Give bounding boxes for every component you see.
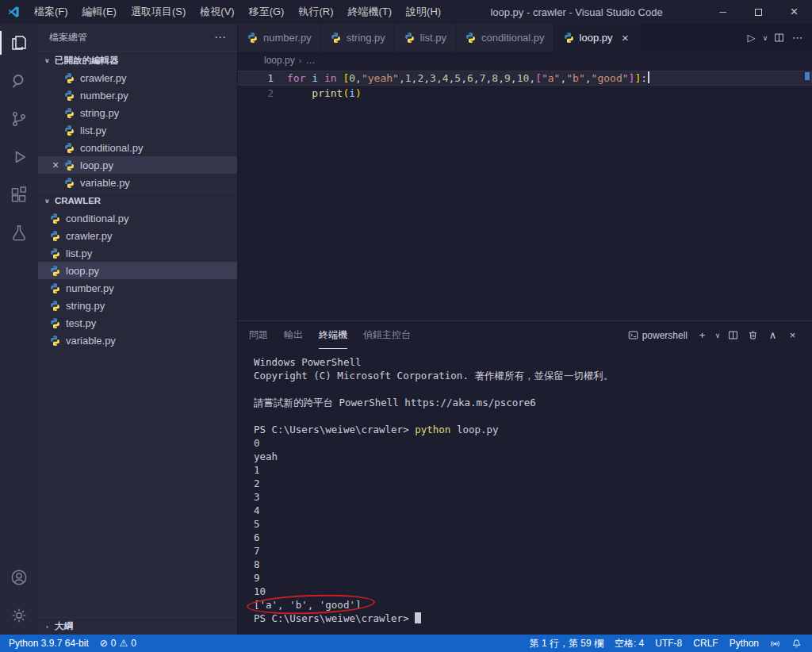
activity-source-control-button[interactable] (0, 100, 38, 138)
notifications-button[interactable] (786, 635, 807, 652)
code-line-1[interactable]: 1for i in [0,"yeah",1,2,3,4,5,6,7,8,9,10… (238, 71, 812, 86)
status-cursor-position[interactable]: 第 1 行，第 59 欄 (524, 635, 609, 652)
terminal-line: yeah (254, 450, 812, 463)
file-list.py[interactable]: list.py (38, 244, 237, 262)
tab-string.py[interactable]: string.py (321, 24, 395, 52)
open-editors-header[interactable]: ∨ 已開啟的編輯器 (38, 51, 237, 69)
panel-tab-debug-console[interactable]: 偵錯主控台 (363, 321, 411, 349)
status-language-mode[interactable]: Python (724, 635, 764, 652)
close-window-button[interactable]: × (776, 0, 812, 24)
titlebar: 檔案(F)編輯(E)選取項目(S)檢視(V)移至(G)執行(R)終端機(T)說明… (0, 0, 812, 24)
activity-testing-button[interactable] (0, 214, 38, 252)
file-name: crawler.py (80, 72, 127, 84)
kill-terminal-button[interactable] (745, 327, 761, 344)
line-number: 2 (238, 86, 287, 101)
menu-file[interactable]: 檔案(F) (27, 0, 75, 24)
tab-conditional.py[interactable]: conditional.py (456, 24, 554, 52)
maximize-button[interactable] (741, 0, 776, 24)
activity-account-button[interactable] (0, 558, 38, 596)
workspace-header[interactable]: ∨ CRAWLER (38, 191, 237, 209)
open-editor-conditional.py[interactable]: conditional.py (38, 139, 237, 156)
panel-tab-output[interactable]: 輸出 (284, 321, 303, 349)
chevron-up-icon: ∧ (769, 329, 777, 341)
split-editor-button[interactable] (771, 29, 787, 47)
menu-help[interactable]: 說明(H) (399, 0, 448, 24)
python-file-icon (250, 56, 260, 66)
terminal-profile-select[interactable]: powershell (625, 328, 691, 343)
open-editor-crawler.py[interactable]: crawler.py (38, 69, 237, 86)
terminal-output[interactable]: Windows PowerShellCopyright (C) Microsof… (238, 349, 812, 635)
activity-search-button[interactable] (0, 62, 38, 100)
menubar: 檔案(F)編輯(E)選取項目(S)檢視(V)移至(G)執行(R)終端機(T)說明… (27, 0, 448, 24)
file-name: loop.py (80, 159, 113, 171)
open-editor-list.py[interactable]: list.py (38, 121, 237, 139)
python-file-icon (49, 335, 61, 347)
python-file-icon (63, 142, 75, 154)
terminal-launch-profile-button[interactable]: ∨ (714, 327, 722, 344)
tab-list.py[interactable]: list.py (395, 24, 456, 52)
editor-more-actions-button[interactable]: ⋯ (789, 29, 806, 47)
python-file-icon (49, 213, 61, 224)
code-editor[interactable]: 1for i in [0,"yeah",1,2,3,4,5,6,7,8,9,10… (238, 69, 812, 320)
menu-terminal[interactable]: 終端機(T) (340, 0, 399, 24)
editor-tab-bar: number.pystring.pylist.pyconditional.pyl… (238, 24, 812, 52)
status-encoding[interactable]: UTF-8 (649, 635, 688, 652)
split-terminal-button[interactable] (725, 327, 741, 344)
maximize-panel-button[interactable]: ∧ (764, 327, 781, 344)
breadcrumb-file[interactable]: loop.py (264, 55, 295, 66)
status-eol[interactable]: CRLF (688, 635, 723, 652)
new-terminal-button[interactable]: + (694, 327, 710, 344)
open-editor-loop.py[interactable]: ×loop.py (38, 156, 237, 174)
menu-edit[interactable]: 編輯(E) (75, 0, 124, 24)
python-file-icon (63, 177, 75, 189)
menu-run[interactable]: 執行(R) (291, 0, 340, 24)
file-test.py[interactable]: test.py (38, 314, 237, 332)
file-name: string.py (66, 300, 105, 312)
window-controls: ─ × (705, 0, 812, 24)
terminal-line: 請嘗試新的跨平台 PowerShell https://aka.ms/pscor… (254, 396, 812, 409)
explorer-sidebar: 檔案總管 ⋯ ∨ 已開啟的編輯器 crawler.pynumber.pystri… (38, 24, 238, 635)
activity-extensions-button[interactable] (0, 176, 38, 214)
file-crawler.py[interactable]: crawler.py (38, 227, 237, 244)
open-editors-label: 已開啟的編輯器 (55, 55, 119, 67)
menu-go[interactable]: 移至(G) (242, 0, 292, 24)
feedback-button[interactable] (764, 635, 786, 652)
file-loop.py[interactable]: loop.py (38, 262, 237, 279)
open-editor-variable.py[interactable]: variable.py (38, 174, 237, 191)
testing-icon (10, 224, 29, 243)
line-number: 1 (238, 71, 287, 86)
file-number.py[interactable]: number.py (38, 279, 237, 297)
run-python-file-button[interactable]: ▷ (743, 29, 760, 47)
status-problems[interactable]: ⊘ 0 ⚠ 0 (94, 635, 142, 652)
status-indentation[interactable]: 空格: 4 (609, 635, 649, 652)
menu-view[interactable]: 檢視(V) (193, 0, 241, 24)
file-string.py[interactable]: string.py (38, 297, 237, 314)
code-line-2[interactable]: 2 print(i) (238, 86, 812, 101)
file-variable.py[interactable]: variable.py (38, 332, 237, 349)
status-python-interpreter[interactable]: Python 3.9.7 64-bit (3, 635, 94, 652)
terminal-line: 3 (254, 490, 812, 504)
outline-section-header[interactable]: › 大綱 (38, 617, 237, 635)
file-conditional.py[interactable]: conditional.py (38, 209, 237, 227)
activity-run-debug-button[interactable] (0, 138, 38, 176)
tab-number.py[interactable]: number.py (238, 24, 321, 52)
run-options-button[interactable]: ∨ (761, 29, 769, 47)
minimize-button[interactable]: ─ (705, 0, 741, 24)
activity-settings-button[interactable] (0, 596, 38, 635)
menu-selection[interactable]: 選取項目(S) (124, 0, 193, 24)
activity-explorer-button[interactable] (0, 24, 38, 62)
breadcrumb-more[interactable]: … (305, 55, 315, 66)
open-editor-number.py[interactable]: number.py (38, 86, 237, 104)
tab-loop.py[interactable]: loop.py× (554, 24, 642, 52)
sidebar-more-actions-icon[interactable]: ⋯ (214, 30, 226, 44)
maximize-icon (755, 9, 762, 16)
breadcrumb[interactable]: loop.py › … (238, 52, 812, 69)
close-panel-button[interactable]: × (784, 327, 801, 344)
panel-tab-terminal[interactable]: 終端機 (319, 321, 347, 349)
close-tab-icon[interactable]: × (619, 31, 632, 44)
close-editor-icon[interactable]: × (52, 159, 59, 171)
open-editor-string.py[interactable]: string.py (38, 104, 237, 121)
python-file-icon (247, 32, 259, 44)
minimize-icon: ─ (719, 6, 726, 17)
panel-tab-problems[interactable]: 問題 (249, 321, 268, 349)
